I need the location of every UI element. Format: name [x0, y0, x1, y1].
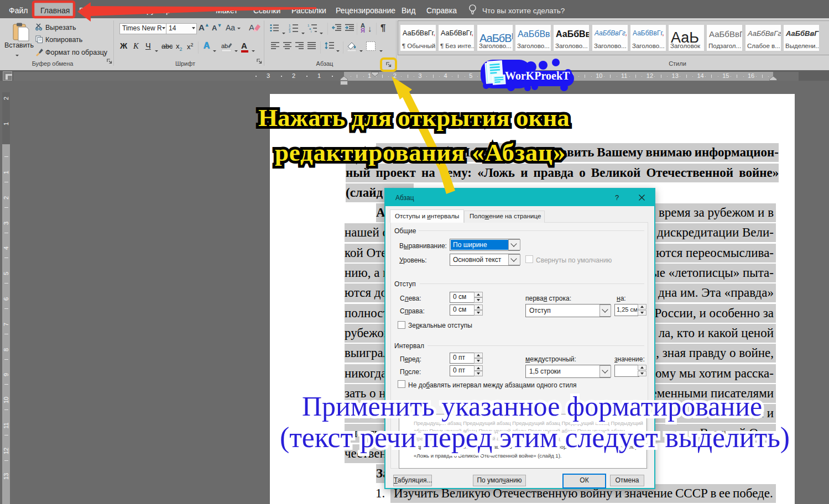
svg-text:3: 3: [289, 30, 291, 33]
svg-text:i: i: [311, 30, 311, 33]
svg-text:ab: ab: [221, 43, 228, 49]
svg-text:WorKProekT: WorKProekT: [505, 70, 570, 82]
